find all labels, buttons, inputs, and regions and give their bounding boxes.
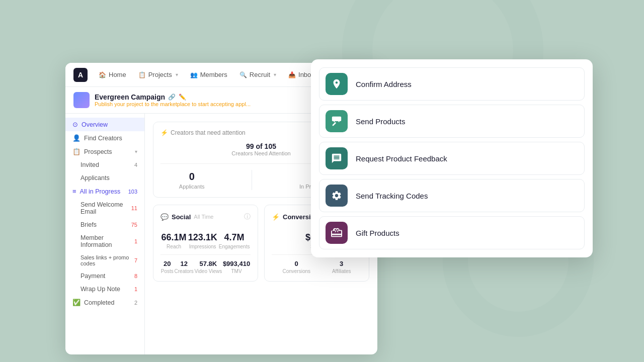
sidebar-item-payment[interactable]: Payment 8 <box>65 269 144 283</box>
nav-members[interactable]: 👥 Members <box>185 68 232 81</box>
confirm-address-icon-box <box>326 73 348 95</box>
inbox-icon: 📥 <box>288 71 296 78</box>
sidebar-item-wrap-up[interactable]: Wrap Up Note 1 <box>65 283 144 296</box>
social-card: 💬 Social All Time ⓘ 66.1M Reach 123.1K I… <box>153 205 258 282</box>
stat-divider <box>252 170 252 190</box>
gift-products-label: Gift Products <box>356 229 399 237</box>
sidebar-item-invited[interactable]: Invited 4 <box>65 158 144 171</box>
project-name: Evergreen Campaign <box>95 93 165 101</box>
home-icon: 🏠 <box>99 71 106 78</box>
request-feedback-icon-box <box>326 147 348 169</box>
conversions-count: 0 Conversions <box>282 260 310 274</box>
edit-icon: ✏️ <box>179 94 186 101</box>
completed-icon: ✅ <box>72 299 80 306</box>
sidebar-item-find-creators[interactable]: 👤 Find Creators <box>65 131 144 145</box>
send-tracking-label: Send Tracking Codes <box>356 192 428 200</box>
gift-products-icon-box <box>326 222 348 244</box>
send-products-icon-box <box>326 110 348 132</box>
dropdown-item-send-products[interactable]: Send Products <box>319 105 585 138</box>
social-header: 💬 Social All Time ⓘ <box>160 212 251 221</box>
social-video-views: 57.8K Video Views <box>195 260 222 274</box>
sidebar-item-sales-links[interactable]: Sales links + promo codes 7 <box>65 251 144 269</box>
dropdown-item-send-tracking[interactable]: Send Tracking Codes <box>319 179 585 212</box>
request-feedback-label: Request Product Feedback <box>356 154 447 163</box>
wrap-up-badge: 1 <box>134 286 137 292</box>
social-small-stats: 20 Posts 12 Creators 57.8K Video Views <box>160 260 251 274</box>
prospects-header[interactable]: 📋 Prospects ▾ <box>65 145 144 158</box>
sidebar: ⊙ Overview 👤 Find Creators 📋 Prospects ▾… <box>65 114 145 354</box>
send-tracking-icon-box <box>326 185 348 207</box>
dropdown-item-confirm-address[interactable]: Confirm Address <box>319 67 585 101</box>
invited-badge: 4 <box>134 162 137 168</box>
social-reach: 66.1M Reach <box>162 232 187 249</box>
find-creators-icon: 👤 <box>72 134 80 142</box>
dropdown-item-request-feedback[interactable]: Request Product Feedback <box>319 142 585 175</box>
dropdown-item-gift-products[interactable]: Gift Products <box>319 216 585 249</box>
conversions-affiliates: 3 Affiliates <box>332 260 351 274</box>
sidebar-item-overview[interactable]: ⊙ Overview <box>65 118 144 131</box>
social-engagements: 4.7M Engagements <box>219 232 250 249</box>
in-progress-badge: 103 <box>128 189 137 195</box>
payment-badge: 8 <box>134 273 137 279</box>
recruit-chevron: ▾ <box>274 72 276 77</box>
completed-badge: 2 <box>134 300 137 306</box>
sidebar-item-all-in-progress[interactable]: ≡ All in Progress 103 <box>65 185 144 198</box>
sidebar-item-applicants[interactable]: Applicants <box>65 171 144 185</box>
nav-home[interactable]: 🏠 Home <box>94 68 131 81</box>
conversions-small-stats: 0 Conversions 3 Affiliates <box>272 260 362 274</box>
sales-links-badge: 7 <box>134 257 137 263</box>
recruit-icon: 🔍 <box>239 71 247 78</box>
social-icon: 💬 <box>160 213 169 221</box>
social-creators: 12 Creators <box>175 260 194 274</box>
prospects-chevron: ▾ <box>135 149 137 154</box>
dropdown-panel: Confirm Address Send Products Request Pr… <box>311 59 593 257</box>
prospects-icon: 📋 <box>72 148 80 155</box>
social-posts: 20 Posts <box>161 260 174 274</box>
member-info-badge: 1 <box>134 238 137 244</box>
confirm-address-label: Confirm Address <box>356 80 412 88</box>
project-notice: Publish your project to the marketplace … <box>95 101 251 107</box>
conversions-icon: ⚡ <box>272 213 280 221</box>
sidebar-item-member-info[interactable]: Member Information 1 <box>65 231 144 251</box>
link-icon: 🔗 <box>168 94 176 101</box>
members-icon: 👥 <box>190 71 198 78</box>
social-tmv: $993,410 TMV <box>223 260 250 274</box>
social-info-icon[interactable]: ⓘ <box>244 212 251 221</box>
project-avatar <box>73 92 90 108</box>
progress-icon: ≡ <box>72 188 76 195</box>
sidebar-item-send-welcome-email[interactable]: Send Welcome Email 11 <box>65 198 144 218</box>
social-big-stats: 66.1M Reach 123.1K Impressions 4.7M Enga… <box>160 227 251 255</box>
overview-icon: ⊙ <box>72 121 78 128</box>
nav-logo: A <box>73 68 88 82</box>
nav-recruit[interactable]: 🔍 Recruit ▾ <box>234 68 281 81</box>
welcome-email-badge: 11 <box>131 205 137 211</box>
sidebar-item-briefs[interactable]: Briefs 75 <box>65 218 144 231</box>
sidebar-item-completed[interactable]: ✅ Completed 2 <box>65 296 144 309</box>
briefs-badge: 75 <box>131 222 137 228</box>
projects-icon: 📋 <box>138 71 146 78</box>
projects-chevron: ▾ <box>176 72 178 77</box>
stat-applicants: 0 Applicants <box>179 171 205 190</box>
send-products-label: Send Products <box>356 117 405 126</box>
attention-icon: ⚡ <box>160 129 168 136</box>
social-impressions: 123.1K Impressions <box>188 232 217 249</box>
nav-projects[interactable]: 📋 Projects ▾ <box>133 68 183 81</box>
